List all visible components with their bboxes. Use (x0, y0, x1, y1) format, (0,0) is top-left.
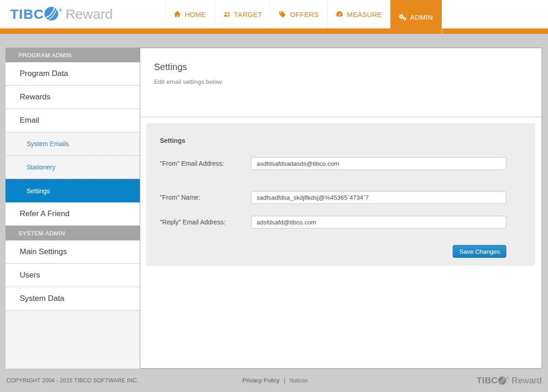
nav-tab-admin[interactable]: ADMIN (390, 0, 442, 34)
content-area: PROGRAM ADMIN Program Data Rewards Email… (5, 48, 542, 369)
nav-tab-home[interactable]: HOME (165, 0, 214, 28)
logo-product-name: Reward (66, 6, 113, 22)
sidebar-item-refer-a-friend[interactable]: Refer A Friend (5, 202, 140, 226)
nav-tab-label: HOME (185, 11, 206, 18)
page-header: Settings Edit email settings below (140, 48, 542, 117)
tibco-reward-logo: TIBC ® Reward (0, 0, 165, 28)
reply-email-label: "Reply" Email Address: (160, 218, 251, 226)
sidebar-item-program-data[interactable]: Program Data (5, 62, 140, 86)
nav-tab-label: OFFERS (290, 11, 319, 18)
footer-link-separator: | (284, 377, 285, 384)
sidebar-item-stationery[interactable]: Stationery (5, 156, 140, 179)
form-row-reply-email: "Reply" Email Address: (160, 216, 521, 229)
from-email-input[interactable] (251, 157, 506, 170)
sidebar-filler (5, 310, 140, 369)
from-name-input[interactable] (251, 191, 506, 204)
footer-logo-wordmark: TIBC (477, 376, 498, 386)
reply-email-input[interactable] (251, 216, 506, 229)
sidebar-item-settings-active[interactable]: Settings (5, 179, 140, 202)
home-icon (174, 11, 181, 18)
app-header: TIBC ® Reward HOME TARGET OFFERS MEASURE… (0, 0, 548, 28)
form-heading: Settings (160, 137, 521, 144)
save-changes-button[interactable]: Save Changes (453, 245, 506, 258)
sidebar-item-system-emails[interactable]: System Emails (5, 132, 140, 156)
accent-bar (0, 28, 548, 34)
from-name-label: "From" Name: (160, 194, 251, 201)
users-icon (223, 11, 230, 18)
footer: COPYRIGHT 2004 - 2015 TIBCO SOFTWARE INC… (0, 369, 548, 392)
sidebar-item-users[interactable]: Users (5, 264, 140, 287)
footer-tibco-reward-logo: TIBC ® Reward (477, 376, 542, 386)
footer-tibco-globe-icon (498, 376, 506, 385)
main-panel: Settings Edit email settings below Setti… (140, 48, 542, 369)
logo-registered-mark: ® (59, 8, 62, 13)
form-row-from-email: "From" Email Address: (160, 157, 521, 170)
copyright-text: COPYRIGHT 2004 - 2015 TIBCO SOFTWARE INC… (6, 377, 138, 384)
nav-tab-label: ADMIN (410, 13, 433, 21)
sidebar-item-main-settings[interactable]: Main Settings (5, 240, 140, 264)
notices-link[interactable]: Notices (290, 377, 308, 384)
sidebar-item-rewards[interactable]: Rewards (5, 86, 140, 109)
sidebar-item-email[interactable]: Email (5, 109, 140, 132)
settings-form-panel: Settings "From" Email Address: "From" Na… (146, 123, 535, 266)
page-title: Settings (154, 62, 528, 72)
sidebar-section-system-admin: SYSTEM ADMIN (5, 226, 140, 240)
page-subtitle: Edit email settings below (154, 78, 528, 85)
form-row-from-name: "From" Name: (160, 191, 521, 204)
footer-logo-registered-mark: ® (506, 376, 509, 380)
nav-tab-offers[interactable]: OFFERS (270, 0, 327, 28)
nav-tab-target[interactable]: TARGET (214, 0, 270, 28)
tag-icon (279, 11, 286, 18)
gears-icon (399, 13, 406, 21)
sidebar-item-system-data[interactable]: System Data (5, 287, 140, 310)
button-row: Save Changes (160, 245, 506, 258)
main-nav: HOME TARGET OFFERS MEASURE ADMIN (165, 0, 442, 28)
tibco-globe-icon (44, 7, 58, 21)
nav-tab-label: TARGET (234, 11, 263, 18)
nav-tab-measure[interactable]: MEASURE (327, 0, 390, 28)
logo-wordmark: TIBC (10, 6, 44, 22)
footer-links: Privacy Policy | Notices (242, 377, 308, 384)
nav-tab-label: MEASURE (347, 11, 382, 18)
sidebar-section-program-admin: PROGRAM ADMIN (5, 48, 140, 62)
privacy-policy-link[interactable]: Privacy Policy (242, 377, 279, 384)
sidebar: PROGRAM ADMIN Program Data Rewards Email… (5, 48, 140, 369)
gauge-icon (336, 11, 343, 18)
from-email-label: "From" Email Address: (160, 160, 251, 167)
footer-logo-product-name: Reward (512, 376, 542, 386)
